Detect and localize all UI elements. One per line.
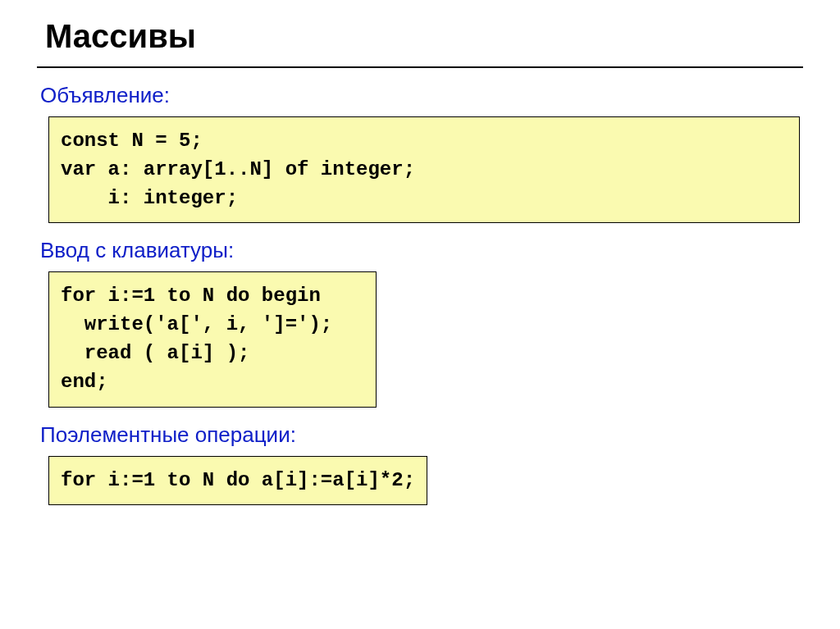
code-box-elementwise: for i:=1 to N do a[i]:=a[i]*2; [48,456,427,506]
code-line: var a: array[1..N] of integer; [61,156,788,185]
section-label-declaration: Объявление: [40,83,803,108]
code-box-input: for i:=1 to N do begin write('a[', i, ']… [48,271,377,407]
code-line: i: integer; [61,185,788,213]
slide: Массивы Объявление: const N = 5; var a: … [0,0,840,505]
code-line: const N = 5; [61,127,788,156]
code-line: write('a[', i, ']='); [61,311,364,340]
code-line: for i:=1 to N do a[i]:=a[i]*2; [61,467,415,495]
title-underline [37,66,803,68]
code-box-declaration: const N = 5; var a: array[1..N] of integ… [48,116,800,223]
code-line: read ( a[i] ); [61,340,364,368]
section-label-input: Ввод с клавиатуры: [40,238,803,263]
slide-title: Массивы [45,18,803,55]
code-line: end; [61,368,364,397]
section-label-elementwise: Поэлементные операции: [40,422,803,448]
code-line: for i:=1 to N do begin [61,282,364,311]
